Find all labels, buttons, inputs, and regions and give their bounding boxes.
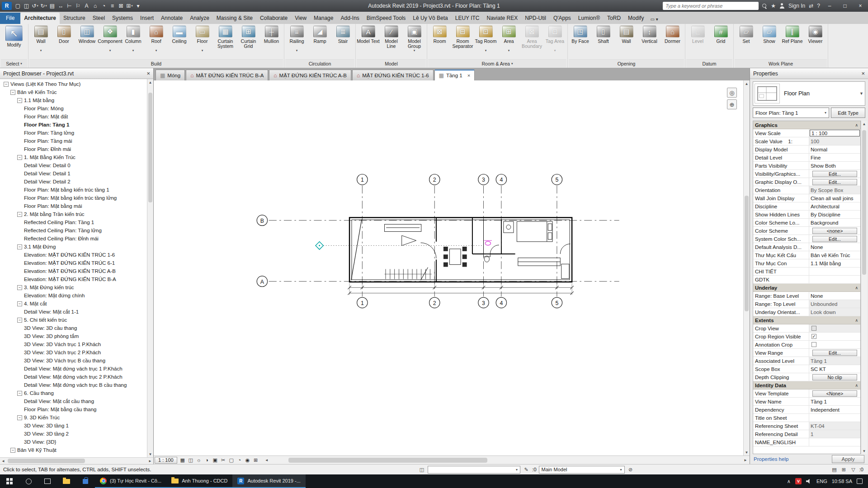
property-row[interactable]: Color Scheme <none> xyxy=(753,227,860,235)
close-icon[interactable]: × xyxy=(146,70,150,77)
tree-item[interactable]: − Floor Plan: Đỉnh mái xyxy=(0,145,147,153)
ribbon-tab[interactable]: Steel xyxy=(89,13,108,24)
expand-collapse-icon[interactable]: − xyxy=(10,90,15,95)
room-separator-button[interactable]: ⊟ Room Separator ▾ xyxy=(451,24,474,58)
tree-item[interactable]: − 9. 3D Kiến Trúc xyxy=(0,413,147,422)
ribbon-tab[interactable]: Collaborate xyxy=(256,13,291,24)
tree-item[interactable]: − 3.1 Mặt Đứng xyxy=(0,243,147,251)
ribbon-tab[interactable]: Naviate REX xyxy=(483,13,522,24)
property-row[interactable]: Crop View xyxy=(753,324,860,333)
signin-person-icon[interactable] xyxy=(779,3,785,9)
room-button[interactable]: ⊠ Room ▾ xyxy=(428,24,451,58)
tree-item[interactable]: − Reflected Ceiling Plan: Tầng lửng xyxy=(0,226,147,235)
worksharing-display-icon[interactable]: ⊞ xyxy=(252,457,260,464)
thin-lines-icon[interactable]: ≡ xyxy=(108,2,117,10)
minimize-button[interactable]: – xyxy=(824,1,835,10)
property-row[interactable]: Default Analysis D... None xyxy=(753,243,860,251)
window-button[interactable]: ◫ Window ▾ xyxy=(75,24,99,58)
print-icon[interactable]: ▤ xyxy=(48,2,57,10)
ribbon-tab[interactable]: Architecture xyxy=(20,13,60,24)
door-button[interactable]: ▯ Door ▾ xyxy=(52,24,75,58)
scroll-left-icon[interactable]: ◄ xyxy=(264,458,270,462)
volume-icon[interactable] xyxy=(806,479,812,484)
clock[interactable]: 10:58 SA xyxy=(832,479,852,484)
dormer-button[interactable]: ⌂ Dormer ▾ xyxy=(661,24,684,58)
expand-collapse-icon[interactable]: − xyxy=(17,318,22,323)
ribbon-tab[interactable]: Modify xyxy=(624,13,647,24)
wall-opening-button[interactable]: ▤ Wall ▾ xyxy=(615,24,638,58)
tree-item[interactable]: − Elevation: MẶT ĐỨNG KIẾN TRÚC 6-1 xyxy=(0,259,147,267)
set-button[interactable]: ▱ Set ▾ xyxy=(735,24,758,58)
hidden-icons-chevron[interactable]: ∧ xyxy=(787,479,791,484)
expand-collapse-icon[interactable]: − xyxy=(17,212,22,217)
browser-vertical-scrollbar[interactable]: ▲ ▼ xyxy=(147,79,153,457)
maximize-button[interactable]: □ xyxy=(839,1,851,10)
view-scale-button[interactable]: 1 : 100 xyxy=(155,457,177,464)
ribbon-tab[interactable]: Analyze xyxy=(186,13,213,24)
expand-collapse-icon[interactable]: − xyxy=(17,155,22,160)
tree-item[interactable]: − Detail View: Detail 1 xyxy=(0,169,147,178)
property-row[interactable]: Graphic Display O... Edit... xyxy=(753,178,860,186)
property-row[interactable]: Color Scheme Lo... Background xyxy=(753,219,860,227)
select-links-icon[interactable]: ⊞ xyxy=(840,466,847,473)
exclude-options-icon[interactable]: ⊘ xyxy=(627,466,634,473)
property-row[interactable]: Thư Mục Con 1.1 Mặt bằng xyxy=(753,259,860,267)
ribbon-tab[interactable]: LEUY ITC xyxy=(452,13,483,24)
curtain-system-button[interactable]: ▦ Curtain System ▾ xyxy=(214,24,237,58)
property-row[interactable]: Display Model Normal xyxy=(753,145,860,154)
tree-item[interactable]: − 3. Mặt Đứng kiến trúc xyxy=(0,283,147,291)
vertical-opening-button[interactable]: ↕ Vertical ▾ xyxy=(638,24,661,58)
scroll-right-icon[interactable]: ► xyxy=(742,458,749,462)
open-icon[interactable]: ▢ xyxy=(14,2,22,10)
worksets-icon[interactable]: ◫ xyxy=(418,466,425,473)
tree-item[interactable]: − 5. Chi tiết kiến trúc xyxy=(0,316,147,324)
panel-label-select[interactable]: Select xyxy=(1,59,27,68)
mullion-button[interactable]: ┼ Mullion ▾ xyxy=(260,24,283,58)
detail-level-icon[interactable]: ▦ xyxy=(179,457,187,464)
zoom-icon[interactable]: ⊕ xyxy=(727,99,737,109)
select-toggle-icon[interactable]: ▤ xyxy=(830,466,838,473)
customize-qat-icon[interactable]: ▾ xyxy=(134,2,142,10)
checkbox[interactable] xyxy=(811,334,816,339)
file-explorer-icon[interactable] xyxy=(57,474,76,488)
property-row[interactable]: Thư Mục Kết Cấu Bản vẽ Kiến Trúc xyxy=(753,251,860,259)
properties-vertical-scrollbar[interactable]: ▲ ▼ xyxy=(861,121,867,454)
model-text-button[interactable]: A Model Text ▾ xyxy=(357,24,380,58)
instance-selector[interactable]: Floor Plan: Tầng 1 xyxy=(753,108,829,118)
ribbon-tab[interactable]: Lumion® xyxy=(575,13,604,24)
tree-item[interactable]: − Detail View: Mặt đứng vách trục 1 P.Kh… xyxy=(0,365,147,373)
ribbon-tab[interactable]: Structure xyxy=(60,13,89,24)
property-row[interactable]: Associated Level Tầng 1 xyxy=(753,357,860,365)
close-icon[interactable]: × xyxy=(861,70,865,77)
workset-select[interactable] xyxy=(428,466,520,474)
tree-item[interactable]: − Floor Plan: Mặt bằng kiến trúc tầng lử… xyxy=(0,194,147,202)
browser-horizontal-scrollbar[interactable]: ◄ ► xyxy=(0,457,153,464)
expand-collapse-icon[interactable]: − xyxy=(17,301,22,306)
tree-item[interactable]: − 3D View: 3D phòng tắm xyxy=(0,332,147,340)
floor-button[interactable]: ▭ Floor ▾ xyxy=(191,24,214,58)
default-3d-view-icon[interactable]: ⌂ xyxy=(91,2,99,10)
curtain-grid-button[interactable]: ⊞ Curtain Grid ▾ xyxy=(237,24,260,58)
editable-only-icon[interactable]: ✎ xyxy=(523,466,530,473)
property-row[interactable]: CHI TIẾT xyxy=(753,267,860,276)
property-row[interactable]: Parts Visibility Show Both xyxy=(753,162,860,170)
crop-view-icon[interactable]: ✂ xyxy=(219,457,227,464)
property-row[interactable]: Graphics xyxy=(753,121,860,129)
scroll-down-icon[interactable]: ▼ xyxy=(861,448,867,454)
tree-item[interactable]: − Reflected Ceiling Plan: Đỉnh mái xyxy=(0,235,147,243)
tree-item[interactable]: − 3D View: {3D} xyxy=(0,438,147,446)
redo-icon[interactable]: ↻ xyxy=(39,2,48,10)
tag-area-button[interactable]: ⊡ Tag Area ▾ xyxy=(543,24,566,58)
property-row[interactable]: Show Hidden Lines By Discipline xyxy=(753,211,860,219)
wall-button[interactable]: ▤ Wall ▾ xyxy=(29,24,52,58)
tree-item[interactable]: − Floor Plan: Mặt bằng mái xyxy=(0,202,147,210)
property-row[interactable]: Referencing Sheet KT-04 xyxy=(753,422,860,430)
tree-item[interactable]: − 1.1 Mặt bằng xyxy=(0,96,147,104)
favorites-icon[interactable]: ★ xyxy=(771,3,776,9)
tree-item[interactable]: − Elevation: MẶT ĐỨNG KIẾN TRÚC A-B xyxy=(0,267,147,275)
by-face-button[interactable]: ◳ By Face ▾ xyxy=(569,24,592,58)
ribbon-tab[interactable]: NPD-Util xyxy=(521,13,550,24)
property-row[interactable]: GDTK xyxy=(753,276,860,284)
tree-item[interactable]: − Floor Plan: Mặt bằng cầu thang xyxy=(0,405,147,413)
checkbox[interactable] xyxy=(811,326,816,331)
